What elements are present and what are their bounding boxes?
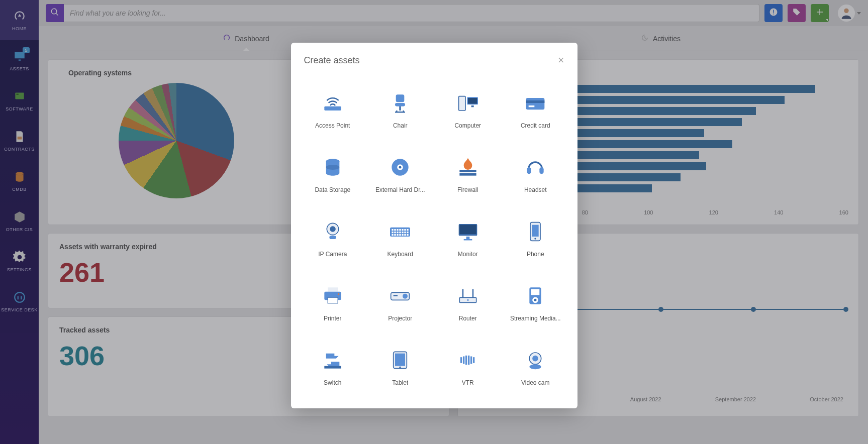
svg-rect-24 <box>459 170 476 172</box>
phone-icon <box>521 217 549 246</box>
asset-type-grid: Access PointChairComputerCredit cardData… <box>291 72 577 408</box>
svg-rect-62 <box>328 297 338 303</box>
svg-rect-32 <box>392 229 394 231</box>
svg-rect-81 <box>465 356 467 365</box>
svg-rect-66 <box>394 295 398 296</box>
asset-type-computer[interactable]: Computer <box>434 77 502 141</box>
asset-label: Computer <box>454 122 481 129</box>
asset-label: Headset <box>524 186 547 193</box>
ip-camera-icon <box>319 217 347 246</box>
svg-rect-72 <box>531 289 540 295</box>
asset-label: Firewall <box>457 186 478 193</box>
asset-type-projector[interactable]: Projector <box>366 270 434 334</box>
svg-rect-35 <box>400 229 401 231</box>
projector-icon <box>386 282 414 310</box>
asset-label: IP Camera <box>318 251 347 258</box>
svg-rect-34 <box>397 229 399 231</box>
data-storage-icon <box>319 153 347 181</box>
asset-type-vtr[interactable]: VTR <box>434 334 502 398</box>
svg-rect-55 <box>466 237 469 239</box>
svg-rect-25 <box>459 173 476 176</box>
svg-rect-38 <box>407 229 409 231</box>
asset-type-headset[interactable]: Headset <box>502 141 569 205</box>
credit-card-icon <box>521 89 549 117</box>
asset-label: Phone <box>527 251 544 258</box>
svg-rect-15 <box>471 105 473 107</box>
svg-point-78 <box>400 367 401 368</box>
svg-rect-42 <box>400 232 401 233</box>
asset-type-chair[interactable]: Chair <box>366 77 434 141</box>
asset-type-monitor[interactable]: Monitor <box>434 205 502 270</box>
asset-label: Video cam <box>521 379 549 386</box>
asset-type-router[interactable]: Router <box>434 270 502 334</box>
router-icon <box>454 282 482 310</box>
svg-point-59 <box>535 238 536 240</box>
asset-type-video-cam[interactable]: Video cam <box>502 334 569 398</box>
svg-point-70 <box>467 299 468 301</box>
modal-title: Create assets <box>304 55 360 66</box>
access-point-icon <box>319 89 347 117</box>
svg-rect-40 <box>395 232 396 233</box>
svg-rect-60 <box>328 287 338 291</box>
svg-point-20 <box>326 165 339 170</box>
svg-rect-43 <box>402 232 404 233</box>
svg-rect-9 <box>396 94 405 102</box>
svg-rect-52 <box>407 234 409 236</box>
svg-rect-14 <box>468 98 477 104</box>
svg-rect-79 <box>460 357 462 363</box>
monitor-icon <box>454 217 482 246</box>
asset-label: Router <box>459 315 477 322</box>
svg-rect-26 <box>527 167 531 174</box>
close-icon[interactable]: × <box>558 54 564 67</box>
svg-rect-16 <box>526 98 545 109</box>
svg-rect-17 <box>526 100 545 103</box>
svg-rect-12 <box>458 96 465 110</box>
svg-rect-30 <box>329 236 336 239</box>
asset-label: Monitor <box>458 251 478 258</box>
asset-label: Printer <box>324 315 341 322</box>
switch-icon <box>319 346 347 374</box>
asset-type-data-storage[interactable]: Data Storage <box>299 141 367 205</box>
asset-type-streaming-media[interactable]: Streaming Media... <box>502 270 569 334</box>
svg-rect-41 <box>397 232 399 233</box>
firewall-icon <box>454 153 482 181</box>
svg-rect-47 <box>395 234 396 236</box>
svg-rect-56 <box>463 239 472 241</box>
svg-point-23 <box>399 166 402 169</box>
asset-type-phone[interactable]: Phone <box>502 205 569 270</box>
svg-rect-77 <box>395 354 405 366</box>
asset-type-external-hard-dr[interactable]: External Hard Dr... <box>366 141 434 205</box>
svg-rect-44 <box>405 232 406 233</box>
svg-rect-39 <box>392 232 394 233</box>
asset-type-access-point[interactable]: Access Point <box>299 77 367 141</box>
svg-rect-10 <box>395 103 405 106</box>
svg-rect-45 <box>407 232 409 233</box>
svg-rect-49 <box>400 234 401 236</box>
asset-type-tablet[interactable]: Tablet <box>366 334 434 398</box>
asset-type-switch[interactable]: Switch <box>299 334 367 398</box>
svg-rect-75 <box>324 366 341 369</box>
asset-label: Keyboard <box>388 251 413 258</box>
modal-overlay[interactable]: Create assets × Access PointChairCompute… <box>0 0 868 444</box>
asset-type-printer[interactable]: Printer <box>299 270 367 334</box>
create-assets-modal: Create assets × Access PointChairCompute… <box>291 43 577 408</box>
svg-point-63 <box>338 293 339 295</box>
vtr-icon <box>454 346 482 374</box>
asset-type-ip-camera[interactable]: IP Camera <box>299 205 367 270</box>
asset-label: Credit card <box>521 122 550 129</box>
svg-point-29 <box>330 226 336 232</box>
chair-icon <box>386 89 414 117</box>
svg-rect-36 <box>402 229 404 231</box>
asset-label: Streaming Media... <box>510 315 561 322</box>
svg-rect-58 <box>532 225 539 237</box>
svg-rect-48 <box>397 234 399 236</box>
printer-icon <box>319 282 347 310</box>
keyboard-icon <box>386 217 414 246</box>
headset-icon <box>521 153 549 181</box>
asset-label: Data Storage <box>315 186 350 193</box>
asset-type-keyboard[interactable]: Keyboard <box>366 205 434 270</box>
computer-icon <box>454 89 482 117</box>
asset-type-credit-card[interactable]: Credit card <box>502 77 569 141</box>
asset-type-firewall[interactable]: Firewall <box>434 141 502 205</box>
asset-label: VTR <box>462 379 474 386</box>
